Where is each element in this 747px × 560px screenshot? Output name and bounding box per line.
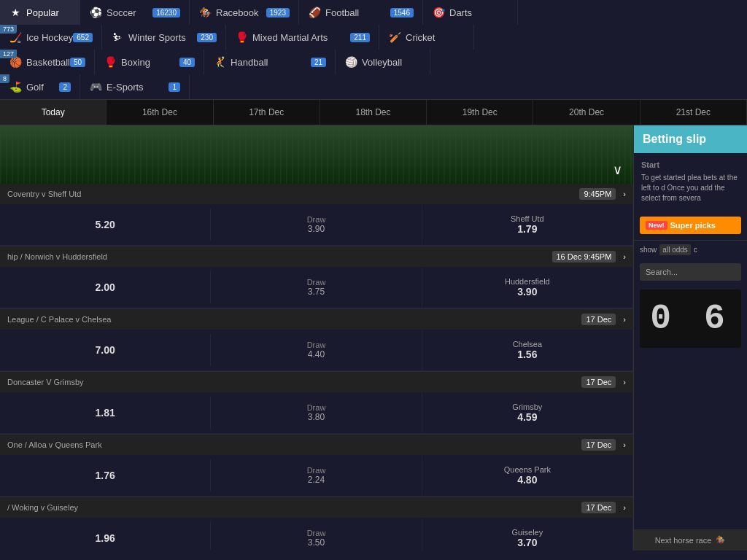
nav-popular-label: Popular (26, 7, 59, 18)
tab-dec21[interactable]: 21st Dec (640, 100, 747, 125)
match-1-arrow[interactable]: › (623, 190, 626, 198)
match-4-league: Doncaster V Grimsby (7, 378, 84, 386)
match-5-odds: 1.76 Draw2.24 Queens Park4.80 (0, 455, 633, 497)
esports-count: 1 (169, 82, 180, 92)
betting-start-section: Start To get started plea bets at the le… (634, 153, 747, 211)
match-6-header: / Woking v Guiseley 17 Dec › (0, 497, 633, 518)
darts-icon: 🎯 (432, 6, 445, 19)
nav-row-4: 8 ⛳ Golf 2 🎮 E-Sports 1 (0, 74, 747, 99)
match-3-odds: 7.00 Draw4.40 Chelsea1.56 (0, 330, 633, 371)
match-3-away-odds[interactable]: Chelsea1.56 (422, 330, 633, 370)
racebook-count: 1923 (266, 8, 290, 18)
nav-basketball[interactable]: 127 🏀 Basketball 50 (0, 50, 95, 74)
nav-racebook-label: Racebook (216, 7, 259, 18)
match-6-league: / Woking v Guiseley (7, 503, 78, 512)
match-1-draw-odds[interactable]: Draw3.90 (211, 205, 422, 244)
nav-soccer[interactable]: ⚽ Soccer 16230 (80, 0, 190, 25)
match-4-home-odds[interactable]: 1.81 (0, 397, 211, 429)
match-4-arrow[interactable]: › (623, 378, 626, 386)
match-2-home-odds[interactable]: 2.00 (0, 271, 211, 303)
nav-boxing-label: Boxing (121, 57, 150, 68)
tab-dec17[interactable]: 17th Dec (214, 100, 320, 125)
match-2-league: hip / Norwich v Huddersfield (7, 252, 107, 261)
match-3-header: League / C Palace v Chelsea 17 Dec › (0, 309, 633, 330)
match-4-draw-odds[interactable]: Draw3.80 (211, 393, 422, 432)
nav-winter-sports[interactable]: ⛷ Winter Sports 230 (102, 25, 226, 50)
nav-football[interactable]: 🏈 Football 1546 (299, 0, 423, 25)
golf-count: 2 (59, 82, 71, 92)
match-1-odds: 5.20 Draw3.90 Sheff Utd1.79 (0, 204, 633, 246)
match-2-time: 16 Dec 9:45PM (552, 251, 616, 262)
tab-today[interactable]: Today (0, 100, 107, 125)
collapse-icon[interactable]: ∨ (613, 162, 622, 178)
nav-winter-sports-label: Winter Sports (128, 32, 186, 43)
match-6-away-odds[interactable]: Guiseley3.70 (422, 518, 633, 551)
football-count: 1546 (390, 8, 414, 18)
match-6-odds: 1.96 Draw3.50 Guiseley3.70 (0, 518, 633, 551)
handball-icon: 🤾 (213, 55, 226, 69)
nav-handball[interactable]: 🤾 Handball 21 (204, 50, 336, 74)
horse-race-icon: 🏇 (716, 535, 726, 545)
soccer-icon: ⚽ (89, 6, 102, 19)
golf-leftcount: 8 (0, 74, 9, 83)
mma-count: 211 (350, 33, 370, 42)
ice-hockey-count: 652 (73, 33, 93, 42)
nav-row-3: 127 🏀 Basketball 50 🥊 Boxing 40 🤾 Handba… (0, 50, 747, 74)
match-2-away-odds[interactable]: Huddersfield3.90 (422, 267, 633, 308)
match-6: / Woking v Guiseley 17 Dec › 1.96 Draw3.… (0, 497, 633, 551)
nav-golf[interactable]: 8 ⛳ Golf 2 (0, 74, 80, 99)
nav-darts-label: Darts (449, 7, 472, 18)
match-5-home-odds[interactable]: 1.76 (0, 459, 211, 491)
winter-sports-count: 230 (197, 33, 217, 42)
nav-popular[interactable]: ★ Popular (0, 0, 80, 25)
match-1-home-odds[interactable]: 5.20 (0, 209, 211, 241)
nav-ice-hockey-label: Ice Hockey (26, 32, 73, 43)
match-1-away-odds[interactable]: Sheff Utd1.79 (422, 204, 633, 245)
nav-football-label: Football (325, 7, 359, 18)
match-5-draw-odds[interactable]: Draw2.24 (211, 456, 422, 495)
odds-dropdown[interactable]: all odds (659, 244, 690, 255)
right-panel: Betting slip Start To get started plea b… (633, 125, 747, 551)
tab-dec20[interactable]: 20th Dec (533, 100, 640, 125)
tab-dec19[interactable]: 19th Dec (427, 100, 533, 125)
nav-ice-hockey[interactable]: 773 🏒 Ice Hockey 652 (0, 25, 102, 50)
super-picks-button[interactable]: New! Super picks (640, 217, 741, 234)
tab-dec16[interactable]: 16th Dec (107, 100, 213, 125)
nav-darts[interactable]: 🎯 Darts (423, 0, 518, 25)
match-2: hip / Norwich v Huddersfield 16 Dec 9:45… (0, 246, 633, 309)
tab-dec18[interactable]: 18th Dec (320, 100, 427, 125)
racebook-icon: 🏇 (198, 6, 212, 19)
match-6-draw-odds[interactable]: Draw3.50 (211, 518, 422, 551)
basketball-count: 50 (70, 58, 85, 67)
match-5-away-odds[interactable]: Queens Park4.80 (422, 455, 633, 496)
football-icon: 🏈 (308, 6, 321, 19)
nav-volleyball[interactable]: 🏐 Volleyball (336, 50, 430, 74)
nav-boxing[interactable]: 🥊 Boxing 40 (95, 50, 204, 74)
match-3-draw-odds[interactable]: Draw4.40 (211, 330, 422, 370)
match-1-header: Coventry v Sheff Utd 9:45PM › (0, 184, 633, 204)
match-3: League / C Palace v Chelsea 17 Dec › 7.0… (0, 309, 633, 372)
match-3-home-odds[interactable]: 7.00 (0, 334, 211, 366)
nav-racebook[interactable]: 🏇 Racebook 1923 (190, 0, 299, 25)
esports-icon: 🎮 (89, 80, 102, 93)
match-5-arrow[interactable]: › (623, 440, 626, 449)
match-6-arrow[interactable]: › (623, 503, 626, 512)
match-4-away-odds[interactable]: Grimsby4.59 (422, 392, 633, 433)
volleyball-icon: 🏐 (344, 55, 357, 69)
nav-mma[interactable]: 🥊 Mixed Martial Arts 211 (226, 25, 379, 50)
match-2-arrow[interactable]: › (623, 252, 626, 261)
scoreboard: 0 6 (640, 289, 741, 348)
match-4-header: Doncaster V Grimsby 17 Dec › (0, 372, 633, 392)
search-box[interactable]: Search... (640, 263, 741, 281)
match-3-arrow[interactable]: › (623, 315, 626, 324)
nav-soccer-label: Soccer (107, 7, 136, 18)
match-6-home-odds[interactable]: 1.96 (0, 522, 211, 551)
stadium-crowd (0, 125, 633, 184)
match-3-league: League / C Palace v Chelsea (7, 315, 111, 324)
golf-icon: ⛳ (9, 80, 22, 93)
horse-race-banner[interactable]: Next horse race 🏇 (634, 529, 747, 551)
match-2-draw-odds[interactable]: Draw3.75 (211, 268, 422, 307)
nav-esports[interactable]: 🎮 E-Sports 1 (80, 74, 190, 99)
start-label: Start (641, 160, 740, 169)
nav-cricket[interactable]: 🏏 Cricket (379, 25, 474, 50)
